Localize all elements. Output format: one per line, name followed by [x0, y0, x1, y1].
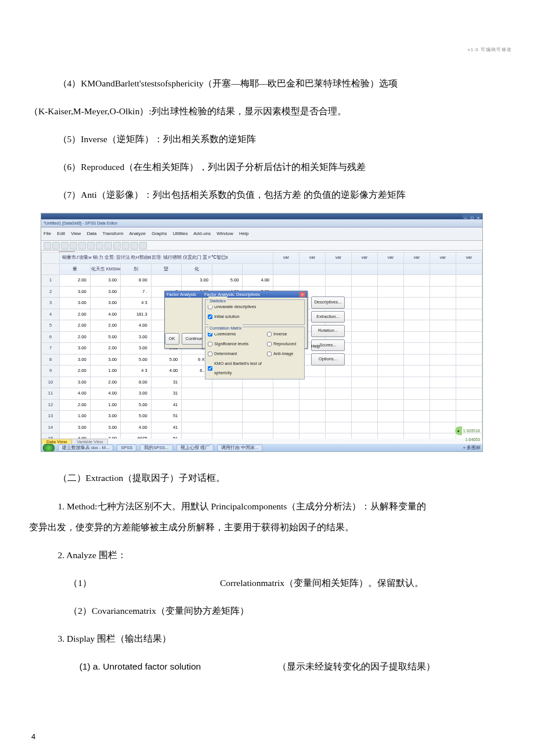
spss-toolbar [41, 241, 482, 251]
toolbar-icon[interactable] [61, 242, 68, 249]
method-para-b: 变异出发，使变异的方差能够被主成分所解释，主要用于获得初始因子的结果。 [29, 518, 505, 537]
analyze-item-2: （2）Covariancematrix（变量间协方差矩阵） [29, 601, 505, 621]
menu-transform[interactable]: Transform [103, 231, 124, 236]
windows-taskbar: 建立数据集表 doc - M... SPSS 我的SPSS... 视上心报 维厂… [41, 444, 482, 452]
item-left: (1) a. Unrotated factor solution [80, 657, 201, 677]
menu-window[interactable]: Window [217, 231, 233, 236]
toolbar-icon[interactable] [104, 242, 112, 249]
checkbox-label: Determinant [214, 349, 237, 359]
extraction-button[interactable]: Extraction... [311, 311, 345, 323]
checkbox-label: Reproduced [273, 339, 296, 349]
processor-status: ● 1:920518 1:04053 [452, 426, 480, 444]
kmo-checkbox[interactable]: KMO and Bartlett's test of sphericity [208, 359, 264, 378]
ok-button[interactable]: OK [165, 333, 179, 345]
factor-descriptives-dialog[interactable]: Factor Analysis: Descriptives × Statisti… [202, 291, 308, 349]
taskbar-item[interactable]: 调用打由 中国家... [217, 444, 262, 451]
para-item-7: （7）Anti（逆影像）：列出包括相关系数的负值，包括方差 的负值的逆影像方差矩… [29, 185, 505, 205]
toolbar-icon[interactable] [70, 242, 77, 249]
checkbox-label: Initial solution [214, 312, 240, 321]
toolbar-icon[interactable] [78, 242, 86, 249]
menu-edit[interactable]: Edit [57, 231, 65, 236]
toolbar-icon[interactable] [122, 242, 129, 249]
menu-graphs[interactable]: Graphs [151, 231, 167, 236]
menu-view[interactable]: View [71, 231, 81, 236]
item-number: （1） [68, 573, 92, 593]
checkbox-icon[interactable] [267, 352, 272, 356]
initial-solution-checkbox[interactable]: Initial solution [208, 312, 302, 321]
checkbox-label: Inverse [273, 330, 287, 339]
analyze-heading: 2. Analyze 围栏： [29, 545, 505, 565]
significance-checkbox[interactable]: Significance levels [208, 339, 264, 349]
menu-file[interactable]: File [44, 231, 51, 236]
menu-help[interactable]: Help [239, 231, 248, 236]
inverse-checkbox[interactable]: Inverse [267, 330, 302, 339]
para-item-5: （5）Inverse（逆矩阵）：列出相关系数的逆矩阵 [29, 129, 505, 149]
maximize-icon[interactable]: □ [469, 214, 475, 219]
checkbox-icon[interactable] [208, 366, 212, 371]
anti-image-checkbox[interactable]: Anti-image [267, 349, 302, 359]
header-version-note: v1.0 可编辑可修改 [468, 46, 512, 53]
toolbar-icon[interactable] [87, 242, 95, 249]
dialog-title-text: Factor Analysis [167, 290, 196, 300]
checkbox-icon[interactable] [208, 314, 212, 319]
menu-addons[interactable]: Add-ons [193, 231, 211, 236]
close-icon[interactable]: × [475, 214, 481, 219]
statistics-group: Statistics Univariate descriptives Initi… [205, 299, 305, 325]
taskbar-item[interactable]: SPSS [117, 444, 136, 451]
group-legend: Correlation Matrix [208, 324, 243, 332]
menu-analyze[interactable]: Analyze [129, 231, 146, 236]
item-text: Correlationmatrix（变量间相关矩阵）。保留默认。 [220, 573, 505, 593]
group-legend: Statistics [208, 296, 227, 305]
menu-utilities[interactable]: Utilities [173, 231, 188, 236]
window-controls: – □ × [463, 214, 481, 219]
display-item-1: (1) a. Unrotated factor solution （显示未经旋转… [29, 657, 505, 677]
taskbar-item[interactable]: 视上心报 维厂 [176, 444, 214, 451]
factor-dialog-help-label[interactable]: Help [311, 342, 320, 352]
spss-menubar: File Edit View Data Transform Analyze Gr… [41, 227, 482, 241]
toolbar-icon[interactable] [52, 242, 60, 249]
checkbox-icon[interactable] [208, 342, 212, 346]
tray-area[interactable]: « 多图标 [463, 443, 481, 452]
start-button-icon[interactable] [43, 444, 55, 452]
section-2-heading: （二）Extraction（提取因子）子对话框。 [29, 468, 505, 488]
analyze-item-1: （1） Correlationmatrix（变量间相关矩阵）。保留默认。 [29, 573, 505, 593]
checkbox-label: KMO and Bartlett's test of sphericity [214, 359, 264, 378]
page-number: 4 [31, 732, 35, 741]
document-body: （4）KMOandBarlett'stestsofsphericity（开塞—梅… [29, 74, 505, 685]
spss-window-title: *Untitled1 [DataSet0] - SPSS Data Editor [44, 219, 117, 227]
minimize-icon[interactable]: – [463, 214, 468, 219]
display-heading: 3. Display 围栏（输出结果） [29, 629, 505, 649]
taskbar-item[interactable]: 建立数据集表 doc - M... [58, 444, 113, 451]
checkbox-label: Significance levels [214, 339, 248, 349]
checkbox-icon[interactable] [267, 342, 272, 346]
toolbar-icon[interactable] [113, 242, 121, 249]
spss-window-titlebar: *Untitled1 [DataSet0] - SPSS Data Editor [41, 219, 482, 227]
checkbox-label: Anti-image [273, 349, 293, 359]
options-button[interactable]: Options... [311, 353, 345, 366]
checkbox-icon[interactable] [208, 352, 212, 356]
processor-ready-badge: ● [455, 426, 462, 435]
reproduced-checkbox[interactable]: Reproduced [267, 339, 302, 349]
method-para-a: 1. Method:七种方法区别不大。用默认 Principalcomponen… [29, 497, 505, 516]
para-item-4a: （4）KMOandBarlett'stestsofsphericity（开塞—梅… [29, 74, 505, 93]
toolbar-icon[interactable] [139, 242, 147, 249]
method-line-1: 1. Method:七种方法区别不大。用默认 Principalcomponen… [58, 501, 427, 511]
correlation-matrix-group: Correlation Matrix Coefficients Signific… [205, 327, 305, 379]
toolbar-icon[interactable] [96, 242, 103, 249]
para-item-6: （6）Reproduced（在生相关矩阵），列出因子分析后估计的相关矩阵与残差 [29, 157, 505, 177]
menu-data[interactable]: Data [87, 231, 97, 236]
checkbox-icon[interactable] [267, 332, 272, 337]
descriptives-button[interactable]: Descriptives... [311, 296, 345, 309]
taskbar-item[interactable]: 我的SPSS... [140, 444, 172, 451]
para-item-4b: （K-Kaiser,M-Meyer,O-Olkin）:列出球性检验的结果，显示因… [29, 102, 505, 121]
close-icon[interactable]: × [300, 292, 305, 297]
rotation-button[interactable]: Rotation... [311, 325, 345, 337]
item-right: （显示未经旋转变化的因子提取结果） [277, 657, 505, 677]
embedded-spss-screenshot: – □ × *Untitled1 [DataSet0] - SPSS Data … [41, 213, 483, 452]
toolbar-icon[interactable] [44, 242, 51, 249]
determinant-checkbox[interactable]: Determinant [208, 349, 264, 359]
factor-dialog-side-buttons: Descriptives... Extraction... Rotation..… [311, 296, 345, 366]
processor-text: 1:920518 1:04053 [463, 429, 480, 442]
toolbar-icon[interactable] [131, 242, 138, 249]
